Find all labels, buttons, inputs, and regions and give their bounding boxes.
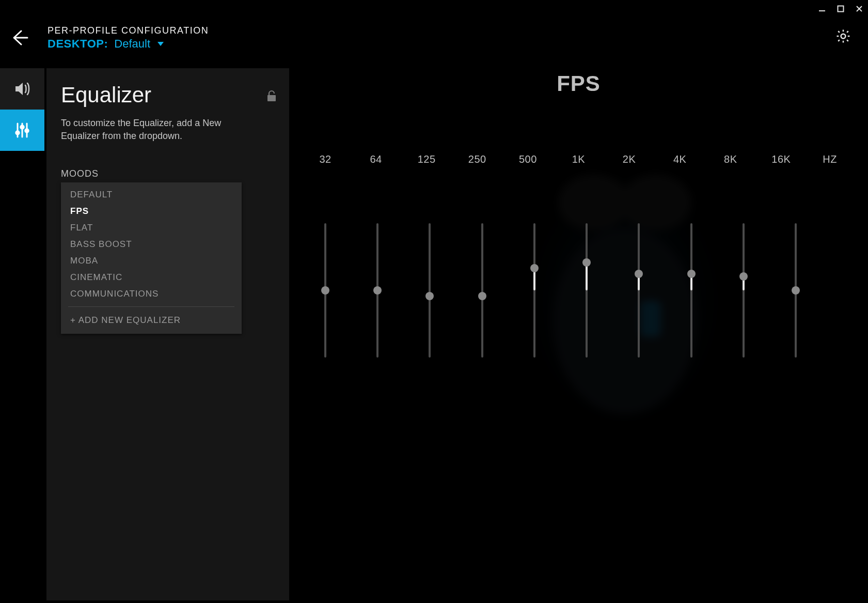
profile-name: Default (114, 37, 150, 51)
profile-selector[interactable]: DESKTOP: Default (48, 37, 209, 51)
svg-point-8 (558, 174, 630, 231)
sidebar-description: To customize the Equalizer, add a New Eq… (61, 117, 257, 143)
svg-rect-1 (838, 6, 844, 12)
freq-label: 32 (310, 153, 341, 165)
freq-label: 4K (665, 153, 696, 165)
svg-point-4 (21, 126, 24, 129)
slider-thumb[interactable] (425, 292, 434, 300)
slider-thumb[interactable] (582, 258, 591, 267)
freq-unit: HZ (816, 153, 837, 165)
slider-thumb[interactable] (739, 272, 748, 281)
eq-slider[interactable] (519, 223, 550, 358)
eq-slider[interactable] (362, 223, 393, 358)
mood-option[interactable]: MOBA (61, 253, 242, 269)
freq-label: 250 (462, 153, 493, 165)
slider-thumb[interactable] (321, 286, 329, 295)
slider-thumb[interactable] (635, 270, 643, 278)
eq-slider[interactable] (467, 223, 498, 358)
back-button[interactable] (7, 25, 32, 50)
profile-label: DESKTOP: (48, 37, 108, 51)
freq-label: 500 (512, 153, 543, 165)
eq-slider[interactable] (623, 223, 654, 358)
slider-thumb[interactable] (478, 292, 486, 300)
svg-point-3 (16, 131, 19, 134)
slider-thumb[interactable] (792, 286, 800, 295)
svg-rect-6 (267, 95, 276, 101)
freq-label: 64 (360, 153, 391, 165)
svg-rect-0 (819, 10, 825, 11)
eq-slider[interactable] (728, 223, 759, 358)
preset-name: FPS (289, 71, 868, 96)
mood-option[interactable]: CINEMATIC (61, 269, 242, 286)
settings-button[interactable] (833, 26, 854, 47)
eq-slider[interactable] (676, 223, 707, 358)
page-title: PER-PROFILE CONFIGURATION (48, 25, 209, 36)
window-minimize-button[interactable] (817, 4, 827, 13)
eq-slider[interactable] (310, 223, 341, 358)
svg-point-2 (841, 34, 846, 39)
mood-option[interactable]: BASS BOOST (61, 236, 242, 253)
eq-slider[interactable] (414, 223, 445, 358)
window-maximize-button[interactable] (836, 4, 845, 13)
freq-label: 1K (563, 153, 594, 165)
window-close-button[interactable] (855, 4, 864, 13)
slider-thumb[interactable] (687, 270, 696, 278)
freq-label: 2K (614, 153, 645, 165)
mood-option[interactable]: FPS (61, 203, 242, 220)
mood-option[interactable]: FLAT (61, 220, 242, 236)
add-new-equalizer-button[interactable]: + ADD NEW EQUALIZER (61, 311, 242, 330)
moods-dropdown: DEFAULTFPSFLATBASS BOOSTMOBACINEMATICCOM… (61, 182, 242, 334)
svg-point-9 (620, 174, 692, 231)
chevron-down-icon[interactable] (156, 40, 165, 48)
eq-slider[interactable] (571, 223, 602, 358)
mood-option[interactable]: DEFAULT (61, 187, 242, 203)
dropdown-separator (68, 306, 234, 307)
freq-label: 8K (715, 153, 746, 165)
freq-label: 125 (411, 153, 442, 165)
eq-slider[interactable] (780, 223, 811, 358)
moods-label: MOODS (61, 168, 277, 179)
slider-thumb[interactable] (530, 264, 539, 272)
sidebar-title: Equalizer (61, 83, 151, 107)
svg-point-5 (25, 129, 28, 132)
freq-label: 16K (766, 153, 797, 165)
tab-acoustics[interactable] (0, 68, 44, 110)
lock-icon (266, 90, 277, 102)
tab-equalizer[interactable] (0, 110, 44, 151)
mood-option[interactable]: COMMUNICATIONS (61, 286, 242, 302)
slider-thumb[interactable] (373, 286, 382, 295)
